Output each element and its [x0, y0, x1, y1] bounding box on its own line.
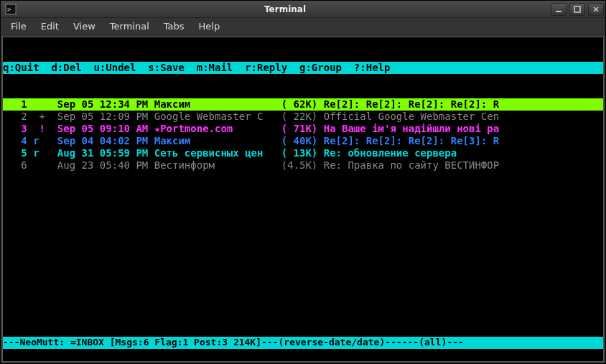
window-title: Terminal: [21, 4, 549, 14]
titlebar: > Terminal: [1, 1, 605, 18]
status-bar: ---NeoMutt: =INBOX [Msgs:6 Flag:1 Post:3…: [3, 337, 603, 349]
svg-text:>: >: [7, 6, 11, 13]
prompt-line: [3, 349, 603, 361]
menu-view[interactable]: View: [66, 19, 103, 33]
message-row[interactable]: 4 r Sep 04 04:02 PM Максим ( 40K) Re[2]:…: [3, 135, 603, 147]
close-button[interactable]: [588, 3, 604, 16]
app-icon: >: [5, 4, 17, 15]
message-row[interactable]: 3 ! Sep 05 09:10 AM ★Portmone.com ( 71K)…: [3, 123, 603, 135]
help-bar: q:Quit d:Del u:Undel s:Save m:Mail r:Rep…: [3, 62, 603, 74]
message-row[interactable]: 6 Aug 23 05:40 PM Вестинформ (4.5K) Re: …: [3, 159, 603, 172]
menubar: File Edit View Terminal Tabs Help: [1, 18, 605, 35]
menu-file[interactable]: File: [4, 19, 34, 33]
menu-terminal[interactable]: Terminal: [103, 19, 157, 33]
menu-help[interactable]: Help: [192, 19, 228, 33]
maximize-button[interactable]: [569, 3, 585, 16]
terminal-window: > Terminal File Edit View Terminal Tabs …: [0, 0, 606, 364]
svg-rect-3: [574, 6, 580, 12]
message-list: 1 Sep 05 12:34 PM Максим ( 62K) Re[2]: R…: [3, 98, 603, 172]
menu-tabs[interactable]: Tabs: [157, 19, 192, 33]
terminal-content: q:Quit d:Del u:Undel s:Save m:Mail r:Rep…: [3, 37, 603, 196]
terminal-viewport[interactable]: q:Quit d:Del u:Undel s:Save m:Mail r:Rep…: [2, 37, 604, 362]
minimize-button[interactable]: [551, 3, 567, 16]
svg-rect-2: [556, 11, 561, 12]
menu-edit[interactable]: Edit: [34, 19, 66, 33]
message-row[interactable]: 1 Sep 05 12:34 PM Максим ( 62K) Re[2]: R…: [3, 98, 603, 111]
message-row[interactable]: 5 r Aug 31 05:59 PM Сеть сервисных цен (…: [3, 147, 603, 159]
message-row[interactable]: 2 + Sep 05 12:09 PM Google Webmaster C (…: [3, 111, 603, 123]
